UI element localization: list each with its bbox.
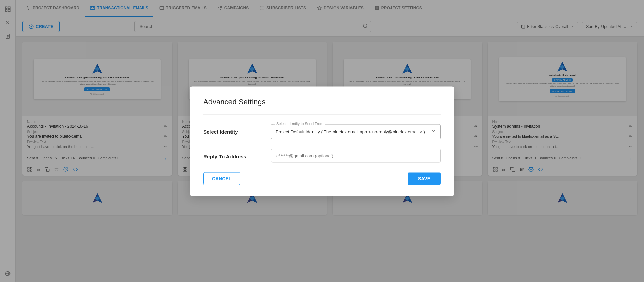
modal-footer: CANCEL SAVE (203, 172, 441, 185)
modal-reply-to-row: Reply-To Address (203, 149, 441, 162)
modal-title: Advanced Settings (203, 97, 441, 106)
select-identity-wrapper: Select Identity to Send From Project Def… (271, 124, 441, 139)
reply-to-input[interactable] (271, 149, 441, 162)
save-button[interactable]: SAVE (408, 172, 441, 185)
select-identity-dropdown[interactable]: Project Default Identity ( The bluefox.e… (271, 124, 440, 139)
select-float-label: Select Identity to Send From (275, 121, 325, 125)
advanced-settings-modal: Advanced Settings Select Identity Select… (190, 86, 454, 196)
modal-divider (203, 114, 441, 114)
select-identity-field: Select Identity to Send From Project Def… (271, 124, 441, 139)
select-identity-label: Select Identity (203, 124, 258, 134)
modal-select-identity-row: Select Identity Select Identity to Send … (203, 124, 441, 139)
reply-to-label: Reply-To Address (203, 149, 258, 159)
reply-to-field (271, 149, 441, 162)
cancel-button[interactable]: CANCEL (203, 172, 240, 185)
